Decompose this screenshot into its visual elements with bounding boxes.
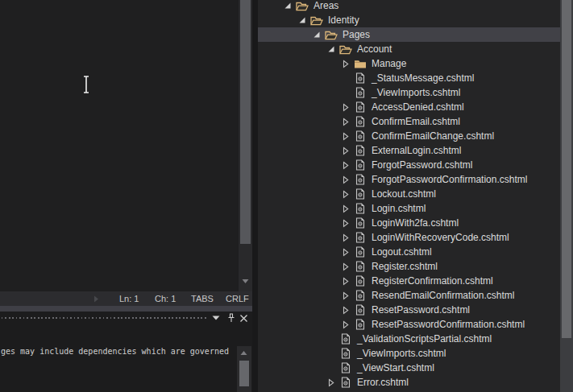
- chevron-spacer: [324, 346, 338, 361]
- tree-item[interactable]: ResetPassword.cshtml: [258, 303, 560, 317]
- tree-item[interactable]: Manage: [258, 56, 560, 71]
- output-vertical-scrollbar[interactable]: [237, 346, 251, 392]
- chevron-collapsed-icon[interactable]: [338, 274, 353, 288]
- chevron-collapsed-icon[interactable]: [338, 56, 353, 71]
- chevron-collapsed-icon[interactable]: [338, 288, 353, 303]
- razor-file-icon: [353, 230, 367, 245]
- tree-item[interactable]: _ValidationScriptsPartial.cshtml: [258, 332, 560, 346]
- chevron-collapsed-icon[interactable]: [338, 100, 353, 114]
- editor-status-bar: Ln: 1 Ch: 1 TABS CRLF: [0, 291, 252, 306]
- razor-file-icon: [353, 143, 367, 158]
- tree-item[interactable]: ResendEmailConfirmation.cshtml: [258, 288, 560, 303]
- razor-file-icon: [353, 100, 367, 114]
- tree-item[interactable]: Identity: [258, 13, 560, 27]
- scroll-down-icon[interactable]: [242, 279, 249, 284]
- editor-vertical-scrollbar[interactable]: [239, 0, 252, 291]
- scrollbar-thumb[interactable]: [240, 0, 251, 244]
- tree-item[interactable]: LoginWithRecoveryCode.cshtml: [258, 230, 560, 245]
- output-panel: ges may include dependencies which are g…: [0, 312, 252, 392]
- tree-item[interactable]: LoginWith2fa.cshtml: [258, 216, 560, 230]
- tree-item[interactable]: _ViewImports.cshtml: [258, 85, 560, 100]
- razor-file-icon: [353, 317, 367, 332]
- chevron-collapsed-icon[interactable]: [338, 201, 353, 216]
- tree-item[interactable]: Areas: [258, 0, 560, 13]
- tree-item-label: Error.cshtml: [357, 377, 409, 388]
- tree-item-label: AccessDenied.cshtml: [372, 101, 464, 113]
- chevron-spacer: [324, 332, 338, 346]
- output-panel-titlebar[interactable]: [0, 312, 252, 325]
- chevron-collapsed-icon[interactable]: [338, 245, 353, 259]
- tree-item[interactable]: ForgotPassword.cshtml: [258, 158, 560, 172]
- tree-item-label: Manage: [372, 58, 406, 69]
- razor-file-icon: [338, 332, 353, 346]
- tree-item[interactable]: ResetPasswordConfirmation.cshtml: [258, 317, 560, 332]
- scroll-right-icon[interactable]: [93, 295, 99, 303]
- tree-item[interactable]: ConfirmEmailChange.cshtml: [258, 129, 560, 143]
- chevron-expanded-icon[interactable]: [324, 42, 338, 56]
- chevron-expanded-icon[interactable]: [280, 0, 295, 13]
- razor-file-icon: [338, 361, 353, 375]
- chevron-collapsed-icon[interactable]: [338, 187, 353, 201]
- tree-item[interactable]: Register.cshtml: [258, 259, 560, 274]
- tree-item[interactable]: Logout.cshtml: [258, 245, 560, 259]
- tree-item[interactable]: _ViewStart.cshtml: [258, 361, 560, 375]
- chevron-collapsed-icon[interactable]: [338, 230, 353, 245]
- tree-item[interactable]: ForgotPasswordConfirmation.cshtml: [258, 172, 560, 187]
- tree-item[interactable]: Account: [258, 42, 560, 56]
- tree-item[interactable]: _StatusMessage.cshtml: [258, 71, 560, 85]
- status-column-number: Ch: 1: [155, 294, 176, 303]
- chevron-collapsed-icon[interactable]: [338, 317, 353, 332]
- tree-item-label: ForgotPasswordConfirmation.cshtml: [372, 174, 527, 185]
- window-menu-icon[interactable]: [212, 316, 220, 320]
- chevron-spacer: [338, 71, 353, 85]
- tree-item[interactable]: Login.cshtml: [258, 201, 560, 216]
- razor-file-icon: [353, 71, 367, 85]
- chevron-collapsed-icon[interactable]: [338, 143, 353, 158]
- chevron-collapsed-icon[interactable]: [338, 303, 353, 317]
- status-line-ending[interactable]: CRLF: [226, 294, 249, 303]
- scrollbar-thumb[interactable]: [562, 0, 571, 338]
- chevron-expanded-icon[interactable]: [309, 27, 324, 42]
- tree-item-label: Identity: [328, 14, 359, 26]
- chevron-collapsed-icon[interactable]: [324, 375, 338, 390]
- ibeam-cursor: [81, 75, 91, 94]
- status-indent-mode[interactable]: TABS: [191, 294, 214, 303]
- tree-item[interactable]: Pages: [258, 27, 560, 42]
- chevron-collapsed-icon[interactable]: [338, 158, 353, 172]
- pin-icon[interactable]: [226, 313, 236, 324]
- tree-item[interactable]: AccessDenied.cshtml: [258, 100, 560, 114]
- tree-item-label: ForgotPassword.cshtml: [372, 159, 472, 171]
- chevron-collapsed-icon[interactable]: [338, 259, 353, 274]
- tree-item[interactable]: ExternalLogin.cshtml: [258, 143, 560, 158]
- razor-file-icon: [353, 114, 367, 129]
- tree-item[interactable]: Lockout.cshtml: [258, 187, 560, 201]
- tree-item[interactable]: RegisterConfirmation.cshtml: [258, 274, 560, 288]
- tree-item-label: ResetPasswordConfirmation.cshtml: [372, 319, 525, 330]
- scrollbar-thumb[interactable]: [239, 361, 249, 386]
- folder-open-icon: [295, 0, 309, 13]
- solution-explorer-tree[interactable]: AreasIdentityPagesAccountManage_StatusMe…: [258, 0, 560, 392]
- scroll-up-icon[interactable]: [240, 350, 247, 356]
- tree-item-label: Account: [357, 43, 392, 55]
- tree-item-label: Login.cshtml: [372, 203, 426, 214]
- tree-item-label: ConfirmEmailChange.cshtml: [372, 130, 494, 142]
- tree-item[interactable]: ConfirmEmail.cshtml: [258, 114, 560, 129]
- chevron-collapsed-icon[interactable]: [338, 172, 353, 187]
- editor-pane[interactable]: [0, 0, 239, 291]
- tree-item-label: Register.cshtml: [372, 261, 438, 272]
- tree-item-label: ExternalLogin.cshtml: [372, 145, 461, 156]
- close-icon[interactable]: [239, 314, 248, 323]
- chevron-expanded-icon[interactable]: [295, 13, 309, 27]
- output-console-text: ges may include dependencies which are g…: [1, 347, 229, 356]
- tree-item-label: _StatusMessage.cshtml: [372, 72, 474, 84]
- razor-file-icon: [338, 346, 353, 361]
- chevron-collapsed-icon[interactable]: [338, 216, 353, 230]
- tree-item-label: ConfirmEmail.cshtml: [372, 116, 460, 127]
- chevron-collapsed-icon[interactable]: [338, 129, 353, 143]
- tree-item[interactable]: _ViewImports.cshtml: [258, 346, 560, 361]
- razor-file-icon: [353, 288, 367, 303]
- tree-item[interactable]: Error.cshtml: [258, 375, 560, 390]
- chevron-collapsed-icon[interactable]: [338, 114, 353, 129]
- tree-vertical-scrollbar[interactable]: [560, 0, 573, 392]
- razor-file-icon: [353, 85, 367, 100]
